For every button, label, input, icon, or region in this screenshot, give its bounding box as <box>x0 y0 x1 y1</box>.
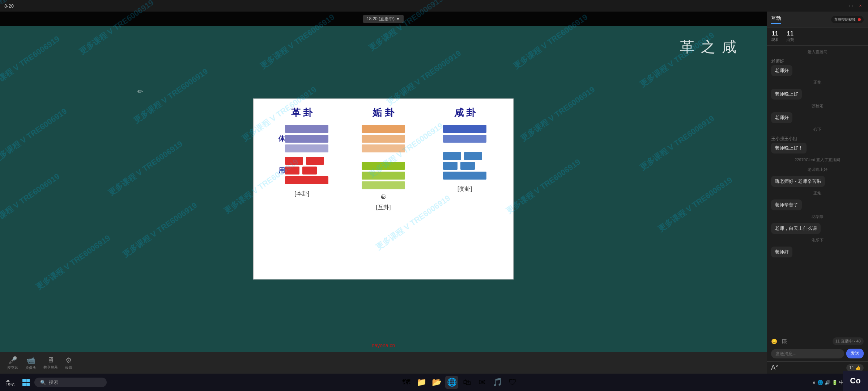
live-badge-top[interactable]: 18:20 (直播中) ▼ <box>363 15 404 23</box>
send-button[interactable]: 发送 <box>846 349 864 358</box>
chat-input-area: 😊 🖼 11 直播中 - 48 发送 <box>767 333 868 361</box>
a-text-icon[interactable]: A° <box>771 364 778 371</box>
chat-input[interactable] <box>771 349 844 358</box>
body-label: 体 <box>278 134 285 143</box>
sys-msg-2: 正炮 <box>771 79 864 86</box>
taskbar-center: 🗺 📁 📂 🌐 🛍 ✉ 🎵 🛡 <box>110 376 810 389</box>
windows-icon <box>22 379 30 386</box>
footer-3: [变卦] <box>458 185 472 193</box>
taskbar-app-folder[interactable]: 📁 <box>415 376 428 389</box>
sys-msg-9: 泡乐下 <box>771 237 864 244</box>
video-section: 18:20 (直播中) ▼ 革 之 咸 ✏ 革 卦 姤 卦 咸 <box>0 12 767 374</box>
bar-pair-1-1 <box>285 157 328 165</box>
start-button[interactable] <box>21 377 31 388</box>
toolbar-btn-3[interactable]: 🖥 共享屏幕 <box>43 356 58 370</box>
toolbar-btn-2[interactable]: 📹 摄像头 <box>25 356 36 370</box>
pen-icon: ✏ <box>137 88 143 96</box>
hexagram-col-1: 体 用 <box>266 125 338 272</box>
col1-title: 革 卦 <box>291 106 312 119</box>
toolbar-btn-4[interactable]: ⚙ 设置 <box>65 356 72 370</box>
bar-1-3 <box>285 144 328 152</box>
bar-1-2 <box>285 135 328 143</box>
chat-area: 进入直播间 老师好 老师好 正炮 老师晚上好 弦栓定 老师好 心下 王小强王小姐… <box>767 46 868 333</box>
panel-header: 互动 直播控制视频 <box>767 12 868 28</box>
slide-container: 革 卦 姤 卦 咸 卦 体 <box>253 98 514 279</box>
main-container: 8-20 ─ □ × 18:20 (直播中) ▼ 革 之 咸 ✏ <box>0 0 868 391</box>
chat-user-4: 王小强王小姐 <box>771 136 864 142</box>
title-bar: 8-20 ─ □ × <box>0 0 868 12</box>
chat-input-row: 发送 <box>771 349 864 358</box>
thumbs-up-badge[interactable]: 11 👍 <box>846 364 864 371</box>
hexagram-col-2: ☯ [互卦] <box>347 125 420 272</box>
sys-msg-1: 进入直播间 <box>771 49 864 55</box>
search-icon: 🔍 <box>40 380 46 385</box>
minimize-button[interactable]: ─ <box>838 3 845 9</box>
svg-rect-1 <box>26 379 30 382</box>
bar-2-1 <box>362 125 405 133</box>
svg-rect-3 <box>26 383 30 386</box>
live-badge-label: 直播控制视频 <box>834 17 856 22</box>
chat-bubble-2: 老师晚上好 <box>771 89 802 100</box>
stat-viewers: 11 观看 <box>771 30 779 42</box>
right-panel: 互动 直播控制视频 11 观看 11 点赞 进入直播间 <box>767 12 868 374</box>
use-label: 用 <box>278 166 285 175</box>
weather-temp: 15°C <box>6 383 15 387</box>
viewer-count: 11 直播中 - 48 <box>833 337 864 345</box>
svg-rect-0 <box>22 379 26 382</box>
viewer-count-label: 11 直播中 - 48 <box>835 339 861 344</box>
tray-chevron-icon[interactable]: ∧ <box>812 380 816 385</box>
sys-msg-7: 正炮 <box>771 190 864 197</box>
taskbar-app-edge[interactable]: 🌐 <box>445 376 458 389</box>
tray-volume-icon[interactable]: 🔊 <box>825 380 830 385</box>
window-title: 8-20 <box>4 3 14 9</box>
chat-msg-8: 老师好 <box>771 247 864 257</box>
slide-title-row: 革 卦 姤 卦 咸 卦 <box>261 106 506 119</box>
tray-network-icon[interactable]: 🌐 <box>817 380 823 385</box>
bar-pair-1-2 <box>285 167 328 175</box>
bar-3-2 <box>443 135 486 143</box>
image-icon[interactable]: 🖼 <box>782 339 787 344</box>
taskbar-app-maps[interactable]: 🗺 <box>400 376 413 389</box>
taskbar: ☁ 15°C 🔍 搜索 🗺 📁 📂 🌐 🛍 ✉ 🎵 🛡 <box>0 374 868 391</box>
live-dot-icon <box>858 18 861 21</box>
video-title-overlay: 革 之 咸 <box>680 37 738 57</box>
svg-rect-2 <box>22 383 26 386</box>
taskbar-search[interactable]: 🔍 搜索 <box>34 378 107 387</box>
sys-msg-5: 22970Clent 直入了直播间 <box>771 156 864 163</box>
close-button[interactable]: × <box>857 3 864 9</box>
bar-2-3 <box>362 144 405 152</box>
sys-tray: ∧ 🌐 🔊 🔋 中 <box>812 379 844 386</box>
taskbar-app-settings[interactable]: 🛡 <box>506 376 519 389</box>
chat-bubble-6: 老师辛苦了 <box>771 199 802 210</box>
sys-msg-3: 弦栓定 <box>771 102 864 109</box>
bar-pair-3-1 <box>443 152 486 160</box>
chat-msg-3: 老师好 <box>771 112 864 123</box>
co-text: Co <box>850 376 860 386</box>
toolbar-btn-1[interactable]: 🎤 麦克风 <box>7 356 18 370</box>
emoji-icon[interactable]: 😊 <box>771 339 777 344</box>
chat-bubble-3: 老师好 <box>771 112 792 123</box>
tray-battery-icon[interactable]: 🔋 <box>832 380 838 385</box>
taskbar-app-mail[interactable]: ✉ <box>476 376 489 389</box>
search-placeholder-text: 搜索 <box>49 379 58 386</box>
chat-msg-2: 老师晚上好 <box>771 89 864 100</box>
chat-stats: 11 观看 11 点赞 <box>767 28 868 46</box>
chat-msg-4: 王小强王小姐 老师晚上好！ <box>771 136 864 154</box>
maximize-button[interactable]: □ <box>848 3 854 9</box>
bar-2-2 <box>362 135 405 143</box>
tab-interact[interactable]: 互动 <box>771 15 781 24</box>
watermark-url: nayona.cn <box>372 342 395 348</box>
bar-2-6 <box>362 181 405 189</box>
taskbar-app-explorer[interactable]: 📂 <box>430 376 443 389</box>
chat-bubble-1: 老师好 <box>771 65 792 76</box>
content-area: 18:20 (直播中) ▼ 革 之 咸 ✏ 革 卦 姤 卦 咸 <box>0 12 868 374</box>
taskbar-app-store[interactable]: 🛍 <box>460 376 473 389</box>
chat-msg-6: 老师辛苦了 <box>771 199 864 210</box>
bar-1-full-red <box>285 176 328 184</box>
bar-2-5 <box>362 172 405 180</box>
taskbar-app-media[interactable]: 🎵 <box>491 376 504 389</box>
bottom-toolbar: 🎤 麦克风 📹 摄像头 🖥 共享屏幕 ⚙ 设置 <box>0 352 767 374</box>
slide-inner: 革 卦 姤 卦 咸 卦 体 <box>254 99 513 279</box>
settings-icon: ⚙ <box>65 356 72 365</box>
video-display: 革 之 咸 ✏ 革 卦 姤 卦 咸 卦 <box>0 26 767 352</box>
